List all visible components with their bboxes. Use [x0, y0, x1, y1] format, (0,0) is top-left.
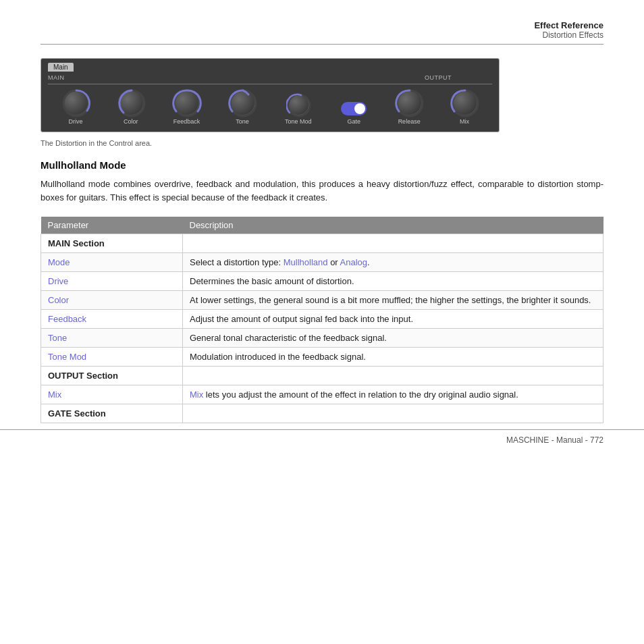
- section-main-cell: MAIN Section: [41, 234, 183, 253]
- mix-label: Mix: [460, 118, 469, 125]
- gate-label: Gate: [348, 118, 361, 125]
- param-mix-name: Mix: [41, 385, 183, 404]
- param-feedback-name: Feedback: [41, 310, 183, 329]
- plugin-caption: The Distortion in the Control area.: [41, 139, 603, 147]
- page-footer: MASCHINE - Manual - 772: [0, 429, 644, 445]
- knob-item-feedback: Feedback: [173, 90, 200, 125]
- toggle-handle: [354, 103, 365, 114]
- section-gate-cell: GATE Section: [41, 404, 183, 423]
- section-output-cell: OUTPUT Section: [41, 367, 183, 385]
- param-color-name: Color: [41, 291, 183, 310]
- tonemod-knob[interactable]: [288, 94, 309, 115]
- param-feedback-desc: Adjust the amount of output signal fed b…: [183, 310, 603, 329]
- section-main-desc: [183, 234, 603, 253]
- color-label: Color: [124, 118, 138, 125]
- param-drive-desc: Determines the basic amount of distortio…: [183, 272, 603, 291]
- section-gate-desc: [183, 404, 603, 423]
- release-label: Release: [398, 118, 421, 125]
- knob-item-tone: Tone: [230, 90, 255, 125]
- param-tone-desc: General tonal characteristic of the feed…: [183, 329, 603, 348]
- table-row: Drive Determines the basic amount of dis…: [41, 272, 603, 291]
- section-main-label: MAIN: [48, 74, 425, 81]
- table-row: Mix Mix lets you adjust the amount of th…: [41, 385, 603, 404]
- tone-knob[interactable]: [230, 90, 255, 115]
- feedback-knob[interactable]: [173, 90, 199, 115]
- table-row: Feedback Adjust the amount of output sig…: [41, 310, 603, 329]
- knob-item-drive: Drive: [63, 90, 88, 125]
- param-mix-desc: Mix lets you adjust the amount of the ef…: [183, 385, 603, 404]
- color-knob[interactable]: [118, 90, 144, 115]
- knob-item-mix: Mix: [452, 90, 477, 125]
- param-tonemod-name: Tone Mod: [41, 348, 183, 367]
- release-knob[interactable]: [396, 90, 422, 115]
- drive-knob[interactable]: [63, 90, 88, 115]
- section-heading: Mullholland Mode: [41, 159, 603, 171]
- knob-item-color: Color: [118, 90, 144, 125]
- tonemod-label: Tone Mod: [285, 118, 312, 125]
- table-row: OUTPUT Section: [41, 367, 603, 385]
- header-title: Effect Reference: [41, 20, 603, 30]
- knob-item-release: Release: [396, 90, 422, 125]
- table-row: GATE Section: [41, 404, 603, 423]
- param-color-desc: At lower settings, the general sound is …: [183, 291, 603, 310]
- plugin-tab-main[interactable]: Main: [48, 63, 74, 72]
- params-table: Parameter Description MAIN Section Mode …: [41, 217, 603, 423]
- body-paragraph: Mullholland mode combines overdrive, fee…: [41, 178, 603, 205]
- table-row: Tone Mod Modulation introduced in the fe…: [41, 348, 603, 367]
- knob-item-gate: Gate: [341, 102, 367, 125]
- svg-point-4: [288, 95, 310, 116]
- table-row: MAIN Section: [41, 234, 603, 253]
- plugin-screenshot: Main MAIN OUTPUT Drive: [41, 58, 500, 132]
- header-subtitle: Distortion Effects: [41, 30, 603, 40]
- page-header: Effect Reference Distortion Effects: [41, 20, 603, 45]
- feedback-label: Feedback: [173, 118, 200, 125]
- table-row: Mode Select a distortion type: Mullholla…: [41, 253, 603, 272]
- drive-label: Drive: [68, 118, 82, 125]
- section-output-label: OUTPUT: [425, 74, 452, 81]
- col1-header: Parameter: [41, 217, 183, 234]
- mix-knob[interactable]: [452, 90, 477, 115]
- param-drive-name: Drive: [41, 272, 183, 291]
- gate-toggle[interactable]: [341, 102, 367, 115]
- table-row: Tone General tonal characteristic of the…: [41, 329, 603, 348]
- param-mode-name: Mode: [41, 253, 183, 272]
- table-row: Color At lower settings, the general sou…: [41, 291, 603, 310]
- tone-label: Tone: [236, 118, 249, 125]
- col2-header: Description: [183, 217, 603, 234]
- param-tone-name: Tone: [41, 329, 183, 348]
- param-mode-desc: Select a distortion type: Mullholland or…: [183, 253, 603, 272]
- section-output-desc: [183, 367, 603, 385]
- knob-item-tonemod: Tone Mod: [285, 94, 312, 125]
- param-tonemod-desc: Modulation introduced in the feedback si…: [183, 348, 603, 367]
- footer-text: MASCHINE - Manual - 772: [506, 435, 603, 445]
